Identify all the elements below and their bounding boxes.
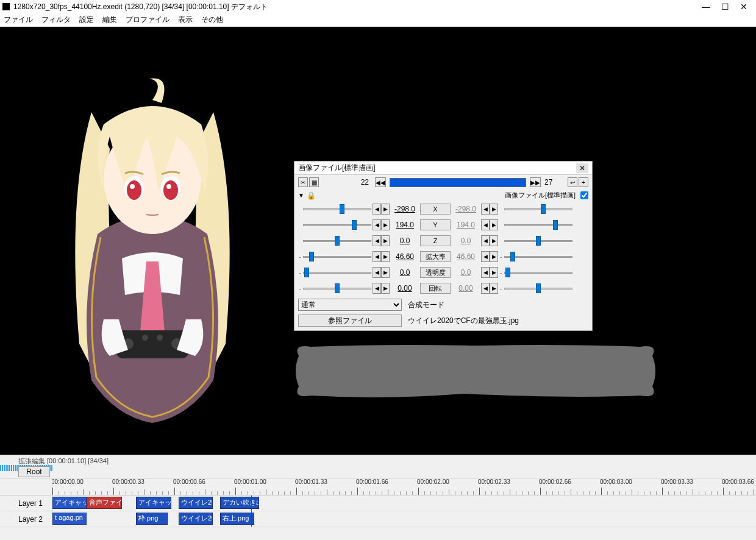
step-down-l-3[interactable]: ◀ [373, 251, 381, 262]
step-down-r-5[interactable]: ◀ [481, 283, 490, 294]
value-left-2[interactable]: 0.0 [391, 236, 419, 245]
prev-frame-button[interactable]: ◀◀ [375, 177, 386, 187]
param-label-2[interactable]: Z [420, 235, 451, 246]
step-up-r-5[interactable]: ▶ [490, 283, 498, 294]
timeline-clip[interactable]: t agag.pn [52, 513, 87, 525]
menu-view[interactable]: 表示 [178, 15, 193, 25]
step-down-l-2[interactable]: ◀ [373, 235, 381, 246]
tool-icon-1[interactable]: ✂ [298, 177, 308, 187]
next-frame-button[interactable]: ▶▶ [530, 177, 541, 187]
menu-other[interactable]: その他 [201, 15, 223, 25]
slider-right-2[interactable] [504, 235, 572, 246]
param-label-5[interactable]: 回転 [420, 283, 451, 294]
ruler-label: 00:00:01.33 [295, 478, 327, 485]
timeline-ruler[interactable]: 00:00:00.0000:00:00.3300:00:00.6600:00:0… [0, 478, 756, 496]
dialog-close-button[interactable]: ✕ [576, 163, 588, 173]
step-up-l-5[interactable]: ▶ [381, 283, 390, 294]
step-up-l-4[interactable]: ▶ [381, 267, 390, 278]
param-label-4[interactable]: 透明度 [420, 267, 451, 278]
collapse-arrow-icon[interactable]: ▼ [298, 192, 304, 199]
slider-left-2[interactable] [303, 235, 371, 246]
value-left-3[interactable]: 46.60 [391, 252, 419, 261]
step-down-l-0[interactable]: ◀ [373, 204, 381, 215]
svg-point-3 [127, 180, 141, 200]
step-up-l-0[interactable]: ▶ [381, 204, 390, 215]
param-label-1[interactable]: Y [420, 219, 451, 230]
blend-mode-select[interactable]: 通常 [298, 299, 402, 311]
value-left-4[interactable]: 0.0 [391, 268, 419, 277]
step-up-l-1[interactable]: ▶ [381, 219, 390, 230]
step-up-r-3[interactable]: ▶ [490, 251, 498, 262]
slider-left-3[interactable] [303, 251, 371, 262]
tool-icon-3[interactable]: ↩ [568, 177, 577, 187]
value-left-5[interactable]: 0.00 [391, 284, 419, 293]
end-frame: 27 [544, 178, 564, 187]
slider-right-3[interactable] [504, 251, 572, 262]
menu-file[interactable]: ファイル [4, 15, 33, 25]
root-button[interactable]: Root [18, 466, 50, 477]
lock-icon[interactable]: 🔒 [307, 191, 316, 200]
dialog-title: 画像ファイル[標準描画] [298, 163, 576, 173]
slider-left-0[interactable] [303, 204, 371, 215]
layer-label[interactable]: Layer 1 [0, 496, 52, 511]
minimize-button[interactable]: — [702, 2, 710, 11]
slider-right-1[interactable] [504, 219, 572, 230]
step-down-r-0[interactable]: ◀ [481, 204, 490, 215]
timeline-clip[interactable]: 枠.png [136, 513, 168, 525]
timeline-clip[interactable]: ウイイレ2020 [179, 513, 213, 525]
close-button[interactable]: ✕ [740, 2, 747, 11]
playhead[interactable] [251, 496, 252, 511]
layer-label[interactable]: Layer 2 [0, 511, 52, 527]
menu-edit[interactable]: 編集 [102, 15, 117, 25]
slider-left-1[interactable] [303, 219, 371, 230]
timeline-clip[interactable]: 右上.png [220, 513, 254, 525]
slider-right-0[interactable] [504, 204, 572, 215]
layer-track[interactable]: アイキャッチ音声ファイルアイキャッチウイイレ2020デカい吹き出 [52, 496, 756, 511]
value-left-1[interactable]: 194.0 [391, 221, 419, 229]
step-up-l-3[interactable]: ▶ [381, 251, 390, 262]
frame-range-bar[interactable] [390, 178, 526, 187]
step-down-r-3[interactable]: ◀ [481, 251, 490, 262]
ruler-label: 00:00:03.33 [661, 478, 693, 485]
tool-icon-4[interactable]: + [579, 177, 588, 187]
character-image [43, 76, 262, 435]
step-up-r-4[interactable]: ▶ [490, 267, 498, 278]
timeline-clip[interactable]: 音声ファイル [87, 497, 122, 509]
timeline-clip[interactable]: デカい吹き出 [220, 497, 259, 509]
maximize-button[interactable]: ☐ [721, 2, 729, 11]
step-up-r-2[interactable]: ▶ [490, 235, 498, 246]
slider-left-5[interactable] [303, 283, 371, 294]
timeline-clip[interactable]: アイキャッチ [52, 497, 87, 509]
tool-icon-2[interactable]: ▦ [309, 177, 319, 187]
step-up-r-0[interactable]: ▶ [490, 204, 498, 215]
step-down-l-1[interactable]: ◀ [373, 219, 381, 230]
value-right-5: 0.00 [452, 284, 480, 293]
dialog-title-bar[interactable]: 画像ファイル[標準描画] ✕ [294, 162, 592, 175]
ruler-label: 00:00:03.66 [722, 478, 754, 485]
step-down-l-5[interactable]: ◀ [373, 283, 381, 294]
slider-right-5[interactable] [504, 283, 572, 294]
timeline-clip[interactable]: ウイイレ2020 [179, 497, 213, 509]
layer-track[interactable]: t agag.pn枠.pngウイイレ2020右上.png [52, 511, 756, 527]
menu-profile[interactable]: プロファイル [126, 15, 169, 25]
step-down-r-1[interactable]: ◀ [481, 219, 490, 230]
timeline-clip[interactable]: アイキャッチ [136, 497, 171, 509]
step-up-r-1[interactable]: ▶ [490, 219, 498, 230]
reference-file-button[interactable]: 参照ファイル [298, 314, 402, 327]
step-down-l-4[interactable]: ◀ [373, 267, 381, 278]
svg-point-12 [142, 335, 148, 341]
slider-left-4[interactable] [303, 267, 371, 278]
menu-filter[interactable]: フィルタ [41, 15, 71, 25]
slider-right-4[interactable] [504, 267, 572, 278]
ruler-label: 00:00:00.00 [52, 478, 84, 485]
param-label-0[interactable]: X [420, 204, 451, 215]
param-label-3[interactable]: 拡大率 [420, 251, 451, 262]
playhead[interactable] [251, 511, 252, 527]
step-down-r-4[interactable]: ◀ [481, 267, 490, 278]
step-down-r-2[interactable]: ◀ [481, 235, 490, 246]
menu-settings[interactable]: 設定 [79, 15, 94, 25]
section-enabled-checkbox[interactable] [580, 191, 588, 199]
properties-dialog[interactable]: 画像ファイル[標準描画] ✕ ✂ ▦ 22 ◀◀ ▶▶ 27 ↩ + ▼ 🔒 画… [294, 161, 593, 331]
step-up-l-2[interactable]: ▶ [381, 235, 390, 246]
value-left-0[interactable]: -298.0 [391, 205, 419, 213]
